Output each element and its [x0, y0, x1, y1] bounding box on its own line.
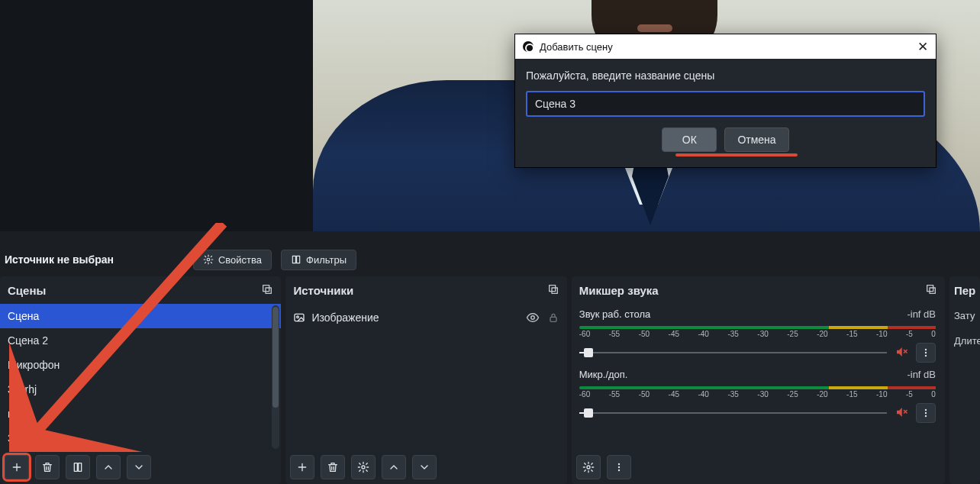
cancel-button[interactable]: Отмена	[724, 127, 788, 152]
svg-rect-12	[550, 317, 556, 321]
plus-icon	[11, 461, 23, 473]
mixer-title: Микшер звука	[579, 284, 659, 297]
channel-db: -inf dB	[907, 308, 936, 320]
svg-point-23	[618, 463, 620, 465]
source-toolbar: Источник не выбран Свойства Фильтры	[0, 243, 980, 276]
mixer-advanced-button[interactable]	[576, 455, 601, 479]
eye-icon[interactable]	[526, 311, 540, 324]
filters-button[interactable]: Фильтры	[281, 250, 356, 270]
svg-rect-6	[79, 463, 82, 472]
remove-scene-button[interactable]	[35, 455, 60, 479]
transition-duration-label: Длите	[949, 335, 980, 347]
remove-source-button[interactable]	[321, 455, 345, 479]
add-source-button[interactable]	[290, 455, 314, 479]
sources-list[interactable]: Изображение	[285, 304, 566, 450]
transition-type[interactable]: Зату	[949, 310, 980, 321]
scenes-title: Сцены	[8, 284, 46, 297]
add-scene-dialog: Добавить сцену ✕ Пожалуйста, введите наз…	[514, 34, 936, 168]
mixer-channel: Микр./доп.-inf dB-60-55-50-45-40-35-30-2…	[572, 364, 945, 424]
svg-point-21	[925, 415, 927, 417]
svg-point-10	[297, 316, 299, 318]
no-source-label: Источник не выбран	[5, 253, 114, 266]
volume-slider[interactable]	[579, 408, 887, 418]
chevron-down-icon	[418, 461, 430, 473]
ok-button[interactable]: ОК	[662, 127, 717, 152]
mixer-menu-button[interactable]	[607, 455, 631, 479]
filter-icon	[72, 461, 84, 473]
mixer-panel: Микшер звука Звук раб. стола-inf dB-60-5…	[572, 276, 945, 484]
source-item[interactable]: Изображение	[285, 304, 566, 331]
scenes-list[interactable]: СценаСцена 2Микрофон3vbrhjmicrЗапись	[0, 304, 281, 450]
volume-slider[interactable]	[579, 347, 887, 358]
svg-point-17	[925, 352, 927, 353]
channel-menu-button[interactable]	[916, 343, 936, 363]
add-scene-button[interactable]	[5, 455, 29, 479]
chevron-down-icon	[133, 461, 145, 473]
popout-icon[interactable]	[547, 283, 559, 298]
mixer-body: Звук раб. стола-inf dB-60-55-50-45-40-35…	[572, 304, 945, 450]
popout-icon[interactable]	[925, 283, 937, 298]
svg-point-11	[531, 316, 535, 320]
close-icon[interactable]: ✕	[917, 39, 928, 55]
channel-menu-button[interactable]	[916, 403, 936, 423]
svg-rect-1	[292, 256, 295, 263]
dialog-title: Добавить сцену	[540, 41, 613, 53]
scene-name-input[interactable]	[526, 91, 925, 117]
move-scene-up-button[interactable]	[96, 455, 121, 479]
mute-button[interactable]	[895, 405, 908, 421]
svg-point-20	[925, 412, 927, 414]
annotation-underline	[675, 153, 798, 156]
svg-rect-8	[552, 288, 557, 293]
scene-item[interactable]: Запись	[0, 426, 281, 450]
source-settings-button[interactable]	[351, 455, 376, 479]
scene-item[interactable]: Сцена	[0, 304, 281, 328]
svg-point-18	[925, 355, 927, 357]
properties-button[interactable]: Свойства	[193, 250, 272, 270]
mixer-channel: Звук раб. стола-inf dB-60-55-50-45-40-35…	[572, 304, 945, 364]
svg-rect-15	[930, 288, 935, 293]
svg-rect-2	[297, 256, 300, 263]
plus-icon	[296, 461, 308, 473]
source-label: Изображение	[311, 311, 379, 324]
svg-point-0	[207, 258, 210, 261]
svg-point-25	[618, 469, 620, 471]
scene-item[interactable]: Микрофон	[0, 353, 281, 377]
scenes-panel: Сцены СценаСцена 2Микрофон3vbrhjmicrЗапи…	[0, 276, 281, 484]
dialog-prompt: Пожалуйста, введите название сцены	[526, 69, 925, 82]
move-source-down-button[interactable]	[412, 455, 437, 479]
svg-point-19	[925, 409, 927, 411]
scene-filters-button[interactable]	[66, 455, 90, 479]
chevron-up-icon	[388, 461, 400, 473]
transitions-title: Пер	[954, 284, 975, 297]
popout-icon[interactable]	[261, 283, 273, 298]
move-scene-down-button[interactable]	[127, 455, 151, 479]
gear-icon	[582, 461, 595, 473]
svg-point-13	[362, 466, 365, 469]
scene-item[interactable]: micr	[0, 402, 281, 426]
dialog-titlebar[interactable]: Добавить сцену ✕	[515, 34, 936, 59]
svg-point-16	[925, 349, 927, 350]
svg-rect-4	[266, 288, 271, 293]
mute-button[interactable]	[895, 345, 908, 361]
image-icon	[293, 311, 305, 324]
transitions-panel: Пер Зату Длите	[949, 276, 980, 484]
level-meter: -60-55-50-45-40-35-30-25-20-15-10-50	[579, 385, 936, 400]
svg-point-24	[618, 466, 620, 468]
filters-label: Фильтры	[306, 254, 347, 266]
chevron-up-icon	[102, 461, 114, 473]
move-source-up-button[interactable]	[382, 455, 406, 479]
svg-point-22	[587, 466, 590, 469]
level-meter: -60-55-50-45-40-35-30-25-20-15-10-50	[579, 324, 936, 340]
scene-item[interactable]: Сцена 2	[0, 328, 281, 353]
trash-icon	[41, 461, 53, 473]
channel-db: -inf dB	[907, 369, 936, 380]
scene-item[interactable]: 3vbrhj	[0, 377, 281, 402]
sources-title: Источники	[293, 284, 353, 297]
dots-vertical-icon	[613, 461, 625, 473]
scrollbar[interactable]	[272, 305, 279, 449]
obs-icon	[523, 41, 534, 52]
lock-icon[interactable]	[547, 311, 559, 324]
trash-icon	[327, 461, 339, 473]
sources-panel: Источники Изображение	[285, 276, 566, 484]
svg-rect-5	[74, 463, 77, 472]
